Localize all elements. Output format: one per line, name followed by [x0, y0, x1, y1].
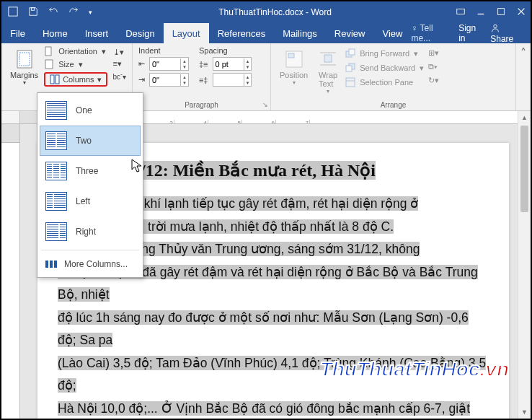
space-after-input[interactable]: ▲▼ [213, 73, 252, 87]
tab-layout[interactable]: Layout [164, 23, 209, 43]
breaks-button[interactable]: ⤓▾ [113, 48, 126, 57]
minimize-icon[interactable] [476, 6, 486, 19]
space-before-icon: ‡≡ [199, 60, 208, 69]
space-after-icon: ≡‡ [199, 76, 208, 84]
tab-review[interactable]: Review [326, 23, 374, 43]
tab-view[interactable]: View [373, 23, 411, 43]
svg-rect-21 [346, 78, 355, 87]
align-button[interactable]: ⊞▾ [428, 48, 439, 58]
columns-three[interactable]: Three [40, 156, 141, 186]
spacing-label: Spacing [199, 46, 252, 55]
svg-point-5 [494, 25, 497, 27]
undo-icon[interactable] [46, 5, 61, 20]
bring-forward-button[interactable]: Bring Forward ▾ [345, 48, 424, 58]
size-button[interactable]: Size ▾ [44, 59, 107, 69]
svg-rect-20 [346, 66, 352, 71]
share-button[interactable]: Share [490, 23, 523, 44]
columns-one[interactable]: One [40, 95, 141, 126]
save-icon[interactable] [26, 5, 40, 20]
svg-rect-8 [45, 47, 51, 56]
orientation-button[interactable]: Orientation ▾ [44, 46, 107, 56]
svg-rect-13 [288, 53, 294, 58]
svg-rect-0 [9, 6, 17, 15]
indent-label: Indent [138, 46, 189, 55]
scroll-thumb[interactable] [520, 126, 528, 212]
dropdown-separator [41, 250, 139, 250]
tab-mailings[interactable]: Mailings [274, 23, 326, 43]
maximize-icon[interactable] [496, 6, 506, 19]
position-button[interactable]: Position▾ [277, 46, 311, 95]
tab-insert[interactable]: Insert [76, 23, 118, 43]
app-menu-icon[interactable] [6, 5, 20, 20]
columns-button[interactable]: Columns ▾ [44, 72, 107, 87]
ruler-corner [1, 111, 20, 124]
margins-button[interactable]: Margins ▾ [7, 46, 41, 89]
group-label-arrange: Arrange [271, 101, 515, 109]
tab-home[interactable]: Home [34, 23, 76, 43]
svg-rect-9 [45, 60, 53, 69]
close-icon[interactable] [516, 6, 526, 19]
window-title: ThuThuatTinHoc.docx - Word [94, 7, 456, 17]
sign-in[interactable]: Sign in [458, 23, 483, 43]
vertical-scrollbar[interactable]: ▲ ▼ [518, 111, 531, 419]
ribbon-display-icon[interactable] [456, 6, 466, 19]
collapse-ribbon-icon[interactable]: ˄ [516, 43, 531, 110]
svg-rect-25 [54, 261, 57, 268]
group-button[interactable]: ⧉▾ [428, 62, 439, 71]
margins-label: Margins [10, 71, 38, 79]
scroll-down-icon[interactable]: ▼ [518, 406, 531, 419]
paragraph-launcher-icon[interactable]: ↘ [262, 101, 268, 108]
tab-file[interactable]: File [1, 23, 34, 43]
svg-rect-14 [324, 55, 332, 62]
columns-more[interactable]: More Columns... [40, 253, 141, 275]
svg-rect-1 [31, 7, 34, 10]
qat-customize-icon[interactable]: ▾ [87, 7, 94, 17]
svg-rect-2 [457, 9, 465, 14]
hyphenation-button[interactable]: bc-▾ [113, 71, 126, 81]
svg-rect-18 [349, 49, 355, 55]
wrap-text-button[interactable]: Wrap Text▾ [315, 46, 341, 95]
columns-two[interactable]: Two [40, 126, 141, 156]
tab-design[interactable]: Design [117, 23, 163, 43]
space-before-input[interactable]: ▲▼ [213, 57, 252, 71]
indent-left-input[interactable]: ▲▼ [149, 57, 189, 71]
svg-rect-11 [56, 75, 59, 84]
title-bar: ▾ ThuThuatTinHoc.docx - Word [1, 1, 531, 23]
svg-rect-23 [45, 261, 48, 268]
indent-right-input[interactable]: ▲▼ [149, 73, 189, 87]
menu-bar: File Home Insert Design Layout Reference… [1, 23, 531, 43]
columns-dropdown: One Two Three Left Right More Columns... [37, 92, 143, 278]
svg-rect-24 [50, 261, 53, 268]
wrap-label: Wrap Text [319, 71, 337, 88]
line-numbers-button[interactable]: ≡▾ [113, 59, 126, 69]
scroll-up-icon[interactable]: ▲ [518, 111, 531, 124]
indent-left-icon: ⇤ [138, 59, 145, 69]
columns-right[interactable]: Right [40, 216, 141, 247]
vertical-ruler[interactable] [1, 124, 20, 419]
tab-references[interactable]: References [209, 23, 274, 43]
tell-me[interactable]: ♀ Tell me... [411, 23, 451, 43]
rotate-button[interactable]: ↻▾ [428, 76, 439, 85]
indent-right-icon: ⇥ [138, 75, 145, 84]
svg-rect-4 [498, 8, 505, 14]
redo-icon[interactable] [66, 5, 81, 20]
group-label-paragraph: Paragraph [133, 101, 270, 109]
columns-left[interactable]: Left [40, 186, 141, 216]
selection-pane-button[interactable]: Selection Pane [345, 77, 424, 87]
send-backward-button[interactable]: Send Backward ▾ [345, 63, 424, 73]
svg-rect-10 [50, 75, 54, 84]
